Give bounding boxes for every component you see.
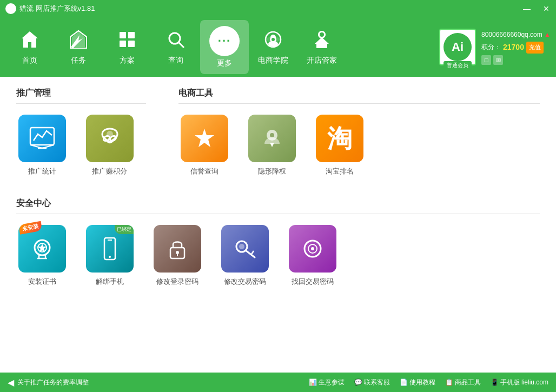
icon-item-credit[interactable]: 信誉查询 xyxy=(178,115,230,176)
icon-grid-promotion: 推广统计 推广赚积分 xyxy=(16,115,146,176)
taobao-label: 淘宝排名 xyxy=(326,167,354,176)
nav-item-shop[interactable]: 开店管家 xyxy=(297,20,346,74)
divider-ecommerce xyxy=(178,103,540,104)
icon-item-cert[interactable]: 未安装 安装证书 xyxy=(16,225,68,287)
nav-label-home: 首页 xyxy=(22,56,37,65)
footer-link-tutorial[interactable]: 📄 使用教程 xyxy=(400,378,435,387)
tools-icon: 📋 xyxy=(445,378,453,386)
user-info: 80006666660qq.com ▲ 积分： 21700 充值 □ ✉ xyxy=(481,29,551,65)
footer-arrow: ◀ xyxy=(8,377,14,388)
icon-item-phone[interactable]: 已绑定 解绑手机 xyxy=(84,225,135,287)
section-title-ecommerce: 电商工具 xyxy=(178,88,540,99)
cert-label: 安装证书 xyxy=(28,277,56,287)
mail-icon[interactable]: ✉ xyxy=(493,55,503,65)
icon-item-recover-pwd[interactable]: 找回交易密码 xyxy=(287,225,338,287)
recharge-button[interactable]: 充值 xyxy=(526,42,544,54)
icon-item-stats[interactable]: 推广统计 xyxy=(16,115,68,176)
app-logo xyxy=(5,3,16,14)
section-promotion: 推广管理 推广统计 xyxy=(16,88,146,192)
tutorial-icon: 📄 xyxy=(400,378,408,386)
ecommerce-icon xyxy=(262,29,284,54)
plan-icon xyxy=(116,29,138,54)
title-bar: 猎流 网店推广系统v1.81 — ✕ xyxy=(0,0,556,17)
task-icon xyxy=(68,29,89,54)
nav-label-plan: 方案 xyxy=(120,56,135,65)
login-pwd-icon-box xyxy=(154,225,201,273)
footer-link-tools[interactable]: 📋 商品工具 xyxy=(445,378,481,387)
score-value: 21700 xyxy=(503,41,524,54)
svg-marker-20 xyxy=(195,129,214,147)
minimize-button[interactable]: — xyxy=(517,0,537,17)
close-button[interactable]: ✕ xyxy=(537,0,556,17)
nav-items: 首页 任务 xyxy=(5,20,439,74)
icon-item-login-pwd[interactable]: 修改登录密码 xyxy=(151,225,203,287)
credit-label: 信誉查询 xyxy=(190,167,219,176)
section-security: 安全中心 未安装 安装证书 xyxy=(16,198,540,287)
commission-label: 推广赚积分 xyxy=(92,167,127,176)
nav-label-ecommerce: 电商学院 xyxy=(258,56,288,65)
trade-pwd-icon-box xyxy=(221,225,269,273)
main-content: 推广管理 推广统计 xyxy=(0,77,556,373)
icon-grid-ecommerce: 信誉查询 隐形降权 xyxy=(178,115,540,176)
more-icon-circle: ··· xyxy=(209,26,240,56)
svg-point-41 xyxy=(311,247,314,250)
svg-point-38 xyxy=(239,244,244,249)
user-actions: □ ✉ xyxy=(481,55,551,65)
business-icon: 📊 xyxy=(309,378,317,386)
phone-badge: 已绑定 xyxy=(115,225,134,234)
nav-item-task[interactable]: 任务 xyxy=(54,20,103,74)
phone-label: 解绑手机 xyxy=(96,277,124,287)
svg-point-11 xyxy=(272,38,275,41)
nav-item-home[interactable]: 首页 xyxy=(5,20,54,74)
nav-bar: 首页 任务 xyxy=(0,17,556,77)
user-email: 80006666660qq.com ▲ xyxy=(481,29,551,41)
icon-item-taobao[interactable]: 淘 淘宝排名 xyxy=(314,115,365,176)
footer-left: ◀ 关于推广任务的费率调整 xyxy=(8,377,298,388)
user-panel: Ai 普通会员 80006666660qq.com ▲ 积分： 21700 充值… xyxy=(439,29,551,65)
stats-label: 推广统计 xyxy=(28,167,56,176)
svg-rect-2 xyxy=(128,32,135,38)
footer-notice[interactable]: 关于推广任务的费率调整 xyxy=(17,378,89,387)
stats-icon-box xyxy=(18,115,66,162)
credit-icon-box xyxy=(181,115,228,162)
hidden-icon-box xyxy=(248,115,296,162)
section-ecommerce-tools: 电商工具 信誉查询 xyxy=(178,88,540,192)
footer: ◀ 关于推广任务的费率调整 📊 生意参谋 💬 联系客服 📄 使用教程 📋 商品工… xyxy=(0,373,556,392)
nav-label-shop: 开店管家 xyxy=(307,56,337,65)
trade-pwd-label: 修改交易密码 xyxy=(224,277,266,287)
nav-item-ecommerce[interactable]: 电商学院 xyxy=(249,20,297,74)
nav-item-search[interactable]: 查询 xyxy=(151,20,200,74)
svg-rect-3 xyxy=(120,41,126,47)
phone-icon-box: 已绑定 xyxy=(86,225,134,273)
commission-icon-box xyxy=(86,115,134,162)
svg-rect-4 xyxy=(128,41,135,47)
support-icon: 💬 xyxy=(354,378,362,386)
nav-item-plan[interactable]: 方案 xyxy=(103,20,151,74)
login-pwd-label: 修改登录密码 xyxy=(156,277,198,287)
nav-item-more[interactable]: ··· 更多 xyxy=(200,20,249,74)
score-row: 积分： 21700 充值 xyxy=(481,41,551,54)
divider-security xyxy=(16,214,540,214)
avatar-box[interactable]: Ai 普通会员 xyxy=(439,29,476,65)
avatar-text: Ai xyxy=(452,40,464,54)
footer-link-support[interactable]: 💬 联系客服 xyxy=(354,378,390,387)
display-icon[interactable]: □ xyxy=(481,55,491,65)
footer-link-mobile[interactable]: 📱 手机版 lieliu.com xyxy=(491,378,548,387)
nav-label-search: 查询 xyxy=(168,56,183,65)
more-dots: ··· xyxy=(218,34,231,48)
icon-item-hidden[interactable]: 隐形降权 xyxy=(246,115,297,176)
svg-point-12 xyxy=(320,32,324,37)
svg-line-37 xyxy=(251,251,254,254)
taobao-text: 淘 xyxy=(327,126,352,151)
email-up-icon: ▲ xyxy=(544,31,551,38)
svg-rect-1 xyxy=(120,32,126,38)
section-title-security: 安全中心 xyxy=(16,198,540,209)
footer-link-business[interactable]: 📊 生意参谋 xyxy=(309,378,345,387)
nav-label-task: 任务 xyxy=(71,56,86,65)
icon-item-trade-pwd[interactable]: 修改交易密码 xyxy=(219,225,270,287)
avatar: Ai xyxy=(444,33,472,61)
section-title-promotion: 推广管理 xyxy=(16,88,146,99)
recover-pwd-icon-box xyxy=(289,225,336,273)
icon-grid-security: 未安装 安装证书 已绑定 xyxy=(16,225,540,287)
icon-item-commission[interactable]: 推广赚积分 xyxy=(84,115,135,176)
